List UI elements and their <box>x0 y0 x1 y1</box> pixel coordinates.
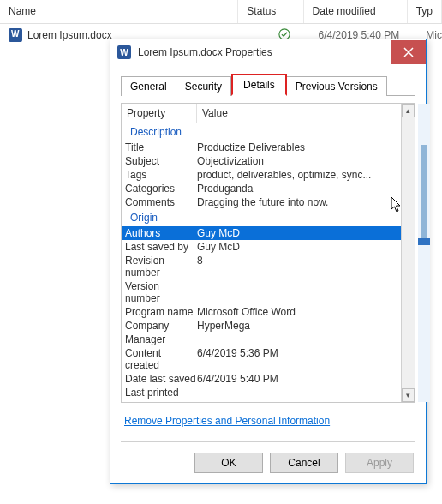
remove-properties-link[interactable]: Remove Properties and Personal Informati… <box>124 415 330 427</box>
explorer-column-header: Name Status Date modified Typ <box>0 0 442 24</box>
prop-subject[interactable]: SubjectObjectivization <box>122 154 401 168</box>
section-description: Description <box>122 123 401 141</box>
prop-authors[interactable]: AuthorsGuy McD <box>122 226 401 240</box>
dialog-title: Lorem Ipsum.docx Properties <box>138 46 391 58</box>
property-list: Property Value Description TitleProducti… <box>121 103 415 403</box>
tab-row: General Security Details Previous Versio… <box>121 74 415 96</box>
column-type[interactable]: Typ <box>408 0 442 23</box>
file-type: Mic <box>426 29 442 41</box>
tab-details[interactable]: Details <box>231 74 287 96</box>
scroll-up-button[interactable]: ▴ <box>402 104 415 117</box>
header-property[interactable]: Property <box>122 104 197 123</box>
scroll-down-button[interactable]: ▾ <box>402 388 415 402</box>
outer-scroll-indicator[interactable] <box>418 104 430 402</box>
prop-last-saved-by[interactable]: Last saved byGuy McD <box>122 240 401 254</box>
ok-button[interactable]: OK <box>194 453 263 473</box>
cancel-button[interactable]: Cancel <box>270 453 338 473</box>
prop-printed[interactable]: Last printed <box>122 386 401 399</box>
apply-button[interactable]: Apply <box>345 453 414 473</box>
prop-revision[interactable]: Revision number8 <box>122 254 401 279</box>
close-icon <box>403 47 414 57</box>
properties-dialog: W Lorem Ipsum.docx Properties General Se… <box>110 39 427 484</box>
close-button[interactable] <box>391 40 426 64</box>
column-status[interactable]: Status <box>238 0 303 23</box>
titlebar[interactable]: W Lorem Ipsum.docx Properties <box>110 39 426 65</box>
prop-created[interactable]: Content created6/4/2019 5:36 PM <box>122 346 401 372</box>
column-date[interactable]: Date modified <box>304 0 408 23</box>
scroll-track[interactable] <box>402 117 415 388</box>
tab-general[interactable]: General <box>121 76 176 96</box>
prop-comments[interactable]: CommentsDragging the future into now. <box>122 195 401 209</box>
outer-scroll-thumb[interactable] <box>421 145 427 239</box>
separator <box>121 441 415 442</box>
word-file-icon <box>9 28 22 42</box>
section-origin: Origin <box>122 209 401 226</box>
property-list-header: Property Value <box>122 104 401 123</box>
prop-company[interactable]: CompanyHyperMega <box>122 319 401 333</box>
scrollbar[interactable]: ▴ ▾ <box>401 104 415 402</box>
prop-editing-time[interactable]: Total editing time00:04:00 <box>122 399 401 402</box>
word-icon: W <box>117 45 131 59</box>
header-value[interactable]: Value <box>197 104 401 123</box>
prop-version[interactable]: Version number <box>122 279 401 305</box>
prop-categories[interactable]: CategoriesProduganda <box>122 182 401 195</box>
prop-title[interactable]: TitleProductize Deliverables <box>122 141 401 154</box>
prop-program[interactable]: Program nameMicrosoft Office Word <box>122 305 401 319</box>
tab-previous-versions[interactable]: Previous Versions <box>287 76 387 96</box>
tab-security[interactable]: Security <box>176 76 231 96</box>
outer-scroll-marker <box>418 238 430 245</box>
prop-tags[interactable]: Tagsproduct, deliverables, optimize, syn… <box>122 168 401 182</box>
svg-point-0 <box>279 28 290 39</box>
column-name[interactable]: Name <box>0 0 238 23</box>
prop-manager[interactable]: Manager <box>122 333 401 346</box>
prop-saved[interactable]: Date last saved6/4/2019 5:40 PM <box>122 372 401 386</box>
